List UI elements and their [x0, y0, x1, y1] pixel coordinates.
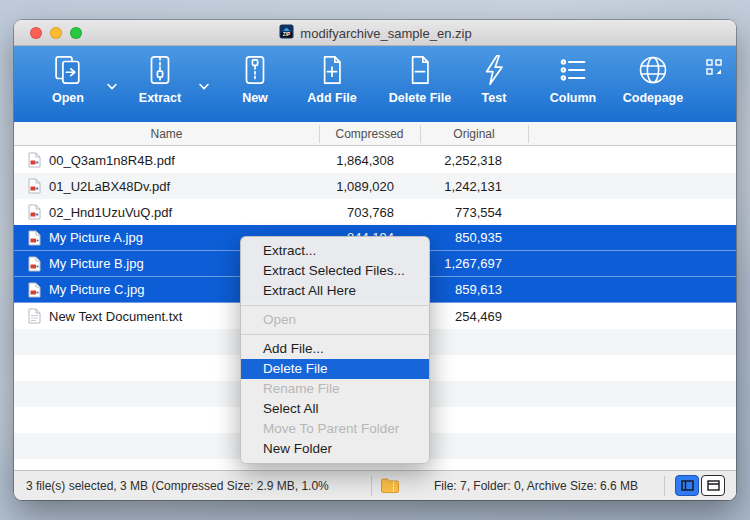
selection-status-text: 3 file(s) selected, 3 MB (Compressed Siz…: [26, 471, 329, 500]
column-icon: [556, 53, 590, 87]
toolbar-label-test: Test: [482, 91, 507, 105]
svg-text:ZIP: ZIP: [283, 32, 291, 37]
menu-item-open: Open: [241, 310, 429, 330]
table-header: Name Compressed Original: [14, 122, 736, 146]
toolbar-label-extract: Extract: [139, 91, 181, 105]
file-compressed-size: 1,089,020: [244, 179, 394, 194]
file-name: 02_Hnd1UzuVuQ.pdf: [49, 205, 172, 220]
archive-status-text: File: 7, Folder: 0, Archive Size: 6.6 MB: [434, 471, 638, 500]
table-row[interactable]: 00_Q3am1n8R4B.pdf 1,864,308 2,252,318: [14, 147, 736, 173]
menu-separator: [241, 305, 429, 306]
file-name: My Picture C.jpg: [49, 282, 144, 297]
add-file-icon: [315, 53, 349, 87]
toolbar: Open Extract: [14, 46, 736, 122]
pdf-file-icon: [28, 178, 41, 197]
menu-item-select-all[interactable]: Select All: [241, 399, 429, 419]
status-divider: [664, 476, 665, 496]
column-header-original[interactable]: Original: [420, 122, 528, 146]
file-name: My Picture A.jpg: [49, 230, 143, 245]
toolbar-label-new: New: [242, 91, 268, 105]
context-menu: Extract... Extract Selected Files... Ext…: [240, 236, 430, 464]
toolbar-label-delete-file: Delete File: [389, 91, 452, 105]
codepage-icon: [636, 53, 670, 87]
file-original-size: 2,252,318: [394, 153, 502, 168]
menu-item-new-folder[interactable]: New Folder: [241, 439, 429, 459]
menu-item-rename-file: Rename File: [241, 379, 429, 399]
archive-app-window: ZIP modifyarchive_sample_en.zip Open: [14, 20, 736, 500]
menu-item-delete-file[interactable]: Delete File: [241, 359, 429, 379]
extract-button[interactable]: Extract: [112, 53, 208, 105]
test-icon: [477, 53, 511, 87]
column-header-name[interactable]: Name: [14, 122, 319, 146]
open-archive-icon: [51, 53, 85, 87]
delete-file-icon: [403, 53, 437, 87]
menu-item-move-to-parent-folder: Move To Parent Folder: [241, 419, 429, 439]
jpg-file-icon: [28, 282, 41, 301]
jpg-file-icon: [28, 256, 41, 275]
sidebar-view-button[interactable]: [675, 475, 699, 496]
zip-file-icon: ZIP: [278, 23, 295, 44]
file-original-size: 1,242,131: [394, 179, 502, 194]
menu-item-extract-all-here[interactable]: Extract All Here: [241, 281, 429, 301]
pdf-file-icon: [28, 152, 41, 171]
codepage-button[interactable]: Codepage: [605, 53, 701, 105]
status-divider: [371, 476, 372, 496]
list-view-button[interactable]: [701, 475, 725, 496]
file-compressed-size: 703,768: [244, 205, 394, 220]
title-bar: ZIP modifyarchive_sample_en.zip: [14, 20, 736, 46]
jpg-file-icon: [28, 230, 41, 249]
toolbar-label-add-file: Add File: [307, 91, 356, 105]
archive-folder-icon: [380, 477, 400, 497]
new-archive-icon: [238, 53, 272, 87]
view-toggle: [675, 475, 725, 496]
table-row[interactable]: 01_U2LaBX48Dv.pdf 1,089,020 1,242,131: [14, 173, 736, 199]
open-button[interactable]: Open: [20, 53, 116, 105]
extract-icon: [143, 53, 177, 87]
menu-separator: [241, 334, 429, 335]
file-name: 01_U2LaBX48Dv.pdf: [49, 179, 170, 194]
file-original-size: 773,554: [394, 205, 502, 220]
file-compressed-size: 1,864,308: [244, 153, 394, 168]
column-header-compressed[interactable]: Compressed: [319, 122, 420, 146]
menu-item-extract-selected-files[interactable]: Extract Selected Files...: [241, 261, 429, 281]
file-name: 00_Q3am1n8R4B.pdf: [49, 153, 175, 168]
file-name: New Text Document.txt: [49, 309, 182, 324]
table-row[interactable]: 02_Hnd1UzuVuQ.pdf 703,768 773,554: [14, 199, 736, 225]
customize-toolbar-icon[interactable]: [706, 59, 722, 79]
toolbar-label-open: Open: [52, 91, 84, 105]
pdf-file-icon: [28, 204, 41, 223]
file-name: My Picture B.jpg: [49, 256, 144, 271]
window-title: modifyarchive_sample_en.zip: [300, 26, 471, 41]
status-bar: 3 file(s) selected, 3 MB (Compressed Siz…: [14, 470, 736, 500]
txt-file-icon: [28, 308, 41, 327]
column-divider[interactable]: [420, 125, 421, 143]
column-divider[interactable]: [528, 125, 529, 143]
toolbar-label-codepage: Codepage: [623, 91, 683, 105]
menu-item-extract[interactable]: Extract...: [241, 241, 429, 261]
column-divider[interactable]: [319, 125, 320, 143]
toolbar-label-column: Column: [550, 91, 597, 105]
add-file-button[interactable]: Add File: [284, 53, 380, 105]
menu-item-add-file[interactable]: Add File...: [241, 339, 429, 359]
